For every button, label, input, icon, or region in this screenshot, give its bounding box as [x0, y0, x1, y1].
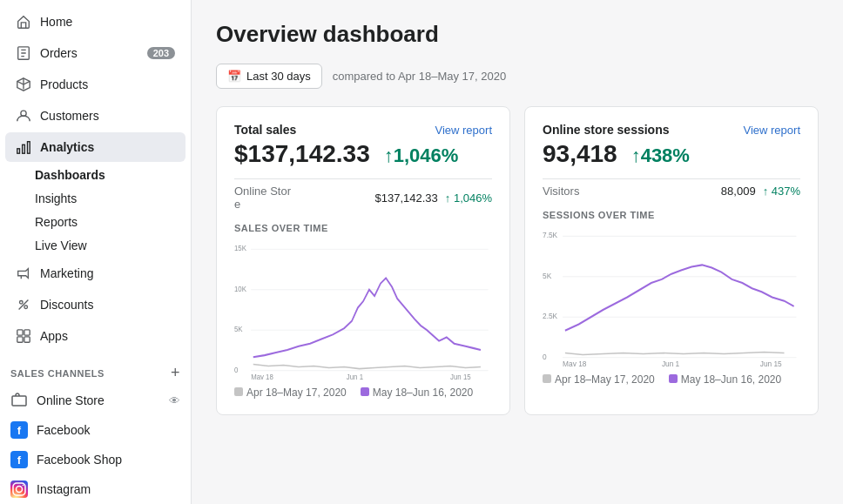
- sidebar-item-products[interactable]: Products: [5, 70, 185, 99]
- calendar-icon: 📅: [227, 70, 241, 83]
- svg-text:15K: 15K: [234, 244, 246, 253]
- sales-channels-title: Sales Channels: [10, 368, 105, 379]
- svg-text:5K: 5K: [234, 325, 243, 334]
- page-title: Overview dashboard: [216, 21, 819, 48]
- sidebar-label-marketing: Marketing: [40, 266, 175, 280]
- sessions-change: ↑438%: [631, 144, 690, 167]
- main-content: Overview dashboard 📅 Last 30 days compar…: [192, 0, 843, 504]
- orders-badge: 203: [147, 47, 175, 59]
- sales-chart-legend: Apr 18–May 17, 2020 May 18–Jun 16, 2020: [234, 386, 492, 399]
- sessions-legend-prev-dot: [543, 374, 551, 383]
- sidebar-item-online-store[interactable]: Online Store 👁: [0, 386, 191, 415]
- instagram-icon: [10, 480, 28, 498]
- total-sales-sub-label: Online Store: [234, 185, 368, 211]
- svg-text:May 18: May 18: [251, 372, 273, 380]
- sidebar-label-products: Products: [40, 77, 175, 91]
- sidebar-item-orders[interactable]: Orders 203: [5, 38, 185, 68]
- sessions-chart: 7.5K 5K 2.5K 0 May 18 Jun 1 Jun 15: [543, 227, 800, 366]
- svg-rect-4: [28, 142, 30, 154]
- instagram-label: Instagram: [37, 482, 91, 496]
- facebook-shop-icon: f: [10, 451, 28, 468]
- svg-point-13: [17, 487, 23, 493]
- svg-text:2.5K: 2.5K: [543, 312, 557, 321]
- svg-rect-8: [24, 330, 30, 335]
- sidebar-label-customers: Customers: [40, 109, 175, 123]
- online-store-label: Online Store: [37, 393, 160, 407]
- sidebar-item-instagram[interactable]: Instagram: [0, 474, 191, 504]
- svg-rect-9: [17, 337, 23, 342]
- date-range-label: Last 30 days: [246, 70, 311, 83]
- total-sales-sub-change: ↑ 1,046%: [445, 192, 492, 205]
- svg-rect-2: [17, 149, 20, 153]
- sidebar-item-marketing[interactable]: Marketing: [5, 259, 185, 288]
- sidebar-item-apps[interactable]: Apps: [5, 321, 185, 351]
- svg-text:0: 0: [543, 352, 547, 361]
- sessions-chart-legend: Apr 18–May 17, 2020 May 18–Jun 16, 2020: [543, 373, 800, 386]
- sidebar-item-analytics[interactable]: Analytics: [5, 132, 185, 162]
- total-sales-change: ↑1,046%: [384, 144, 459, 167]
- sidebar-item-liveview[interactable]: Live View: [35, 234, 185, 257]
- sessions-legend-prev: Apr 18–May 17, 2020: [555, 373, 655, 386]
- sidebar: Home Orders 203 Products Customers Analy…: [0, 0, 192, 504]
- svg-text:5K: 5K: [543, 271, 551, 280]
- orders-icon: [16, 45, 31, 61]
- sidebar-item-dashboards[interactable]: Dashboards: [35, 164, 185, 186]
- total-sales-title: Total sales: [234, 123, 296, 137]
- total-sales-view-report[interactable]: View report: [435, 124, 492, 137]
- sidebar-label-discounts: Discounts: [40, 298, 175, 312]
- sessions-value: 93,418: [543, 140, 617, 168]
- sidebar-item-facebook[interactable]: f Facebook: [0, 415, 191, 445]
- analytics-subnav: Dashboards Insights Reports Live View: [35, 163, 191, 258]
- facebook-label: Facebook: [37, 423, 90, 437]
- sessions-chart-label: SESSIONS OVER TIME: [543, 210, 800, 220]
- sessions-title: Online store sessions: [543, 123, 670, 137]
- sidebar-label-orders: Orders: [40, 46, 138, 60]
- svg-rect-10: [24, 337, 30, 342]
- svg-text:0: 0: [234, 365, 239, 374]
- compare-text: compared to Apr 18–May 17, 2020: [333, 70, 506, 83]
- sidebar-item-customers[interactable]: Customers: [5, 101, 185, 131]
- sessions-legend-curr: May 18–Jun 16, 2020: [681, 373, 781, 386]
- svg-text:10K: 10K: [234, 284, 246, 293]
- svg-point-5: [20, 301, 24, 305]
- facebook-icon: f: [10, 421, 28, 439]
- date-range-button[interactable]: 📅 Last 30 days: [216, 64, 322, 89]
- marketing-icon: [16, 265, 31, 281]
- filter-bar: 📅 Last 30 days compared to Apr 18–May 17…: [216, 64, 819, 89]
- sidebar-item-facebook-shop[interactable]: f Facebook Shop: [0, 445, 191, 474]
- sidebar-label-analytics: Analytics: [40, 140, 175, 154]
- cards-row: Total sales View report $137,142.33 ↑1,0…: [216, 106, 819, 415]
- sessions-sub: Visitors 88,009 ↑ 437%: [543, 178, 800, 198]
- svg-text:Jun 1: Jun 1: [347, 372, 363, 380]
- svg-text:Jun 15: Jun 15: [450, 372, 471, 380]
- total-sales-value: $137,142.33: [234, 140, 370, 168]
- sales-legend-prev: Apr 18–May 17, 2020: [246, 386, 347, 399]
- sidebar-label-apps: Apps: [40, 329, 175, 343]
- customers-icon: [16, 108, 31, 124]
- sessions-sub-change: ↑ 437%: [763, 185, 800, 198]
- sessions-sub-label: Visitors: [543, 185, 714, 198]
- sidebar-item-insights[interactable]: Insights: [35, 187, 185, 210]
- legend-curr-dot: [361, 387, 369, 396]
- total-sales-sub: Online Store $137,142.33 ↑ 1,046%: [234, 178, 492, 211]
- legend-prev-dot: [234, 387, 243, 396]
- sidebar-item-home[interactable]: Home: [5, 7, 185, 37]
- total-sales-header: Total sales View report: [234, 123, 492, 137]
- analytics-icon: [16, 139, 31, 155]
- total-sales-sub-value: $137,142.33: [375, 192, 438, 205]
- sidebar-item-reports[interactable]: Reports: [35, 211, 185, 233]
- sales-chart: 15K 10K 5K 0 May 18 Jun 1 Jun 15: [234, 240, 492, 380]
- total-sales-card: Total sales View report $137,142.33 ↑1,0…: [216, 106, 510, 415]
- sales-chart-label: SALES OVER TIME: [234, 223, 492, 233]
- add-sales-channel-icon[interactable]: +: [171, 364, 180, 382]
- sales-legend-curr: May 18–Jun 16, 2020: [373, 386, 473, 399]
- apps-icon: [16, 328, 31, 344]
- svg-rect-3: [23, 144, 25, 153]
- sidebar-item-discounts[interactable]: Discounts: [5, 290, 185, 319]
- sessions-view-report[interactable]: View report: [743, 124, 800, 137]
- svg-point-14: [23, 485, 24, 487]
- svg-text:Jun 15: Jun 15: [760, 360, 782, 366]
- sidebar-label-home: Home: [40, 15, 175, 29]
- online-store-icon: [10, 392, 28, 409]
- sessions-sub-value: 88,009: [721, 185, 756, 198]
